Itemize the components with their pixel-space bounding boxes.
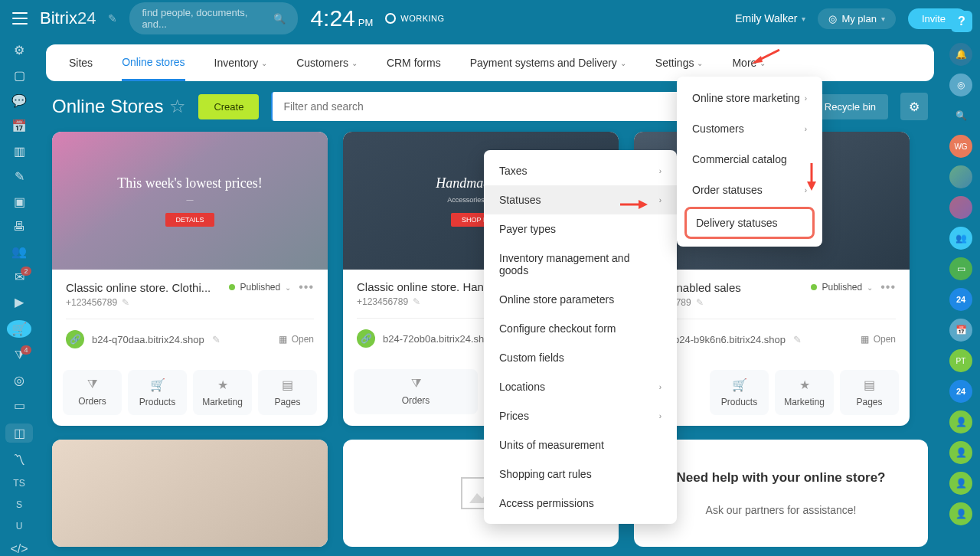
avatar-pt[interactable]: PT [949,349,972,372]
action-pages[interactable]: ▤Pages [840,370,899,415]
menu-online-store-marketing[interactable]: Online store marketing› [677,83,822,113]
rail-target-icon[interactable]: ◎ [11,373,27,388]
edit-icon[interactable]: ✎ [793,334,802,345]
logo[interactable]: Bitrix24 [40,8,96,28]
help-button[interactable]: ? [951,11,972,32]
rail-ts[interactable]: TS [13,478,24,489]
more-dots-icon[interactable]: ••• [299,280,314,294]
rail-structure-icon[interactable]: ⚙ [11,43,27,57]
card-hero[interactable]: This week's lowest prices! — DETAILS [52,132,328,270]
notif-search-icon[interactable]: 🔍 [949,104,972,127]
avatar-1[interactable] [949,165,972,188]
chevron-right-icon: › [659,196,662,204]
open-link[interactable]: ▦Open [279,334,314,345]
rail-cart-icon[interactable]: 🛒 [7,320,31,338]
edit-icon[interactable]: ✎ [696,297,704,308]
rail-calendar-icon[interactable]: ▢ [11,68,27,83]
chevron-down-icon: ⌄ [620,59,626,67]
avatar-2[interactable] [949,196,972,219]
rail-mail-icon[interactable]: ✉2 [11,270,27,284]
avatar-card-icon[interactable]: ▭ [949,257,972,280]
global-search[interactable]: find people, documents, and... 🔍 [129,2,298,34]
nav-crm-forms[interactable]: CRM forms [387,44,441,81]
more-dots-icon[interactable]: ••• [880,280,896,294]
submenu-prices[interactable]: Prices› [484,401,677,430]
nav-payment[interactable]: Payment systems and Delivery⌄ [470,44,626,81]
card-title: Classic online store. Hand... [357,280,500,293]
avatar-user4-icon[interactable]: 👤 [949,502,972,525]
rail-doc-icon[interactable]: ▥ [11,144,27,159]
settings-gear-button[interactable]: ⚙ [900,93,928,120]
action-marketing[interactable]: ★Marketing [193,370,252,415]
rail-events-icon[interactable]: 📅 [11,119,27,133]
user-menu[interactable]: Emily Walker ▾ [735,12,805,25]
avatar-user2-icon[interactable]: 👤 [949,441,972,464]
rail-chat-icon[interactable]: 💬 [11,93,27,108]
shop-url[interactable]: b24-q70daa.bitrix24.shop [92,334,204,345]
rail-contact-icon[interactable]: ▭ [11,398,27,413]
action-products[interactable]: 🛒Products [128,370,187,415]
avatar-24[interactable]: 24 [949,288,972,311]
card-hero[interactable] [52,440,328,547]
edit-pencil-icon[interactable]: ✎ [108,12,117,25]
nav-settings[interactable]: Settings⌄ [655,44,704,81]
rail-team-icon[interactable]: 👥 [11,244,27,259]
submenu-custom-fields[interactable]: Custom fields [484,343,677,372]
star-icon[interactable]: ☆ [169,96,186,117]
rail-sign-icon[interactable]: ✎ [11,169,27,184]
notif-chat-icon[interactable]: ◎ [949,74,972,96]
rail-u[interactable]: U [16,521,23,531]
edit-icon[interactable]: ✎ [212,334,220,345]
avatar-user1-icon[interactable]: 👤 [949,410,972,433]
open-link[interactable]: ▦Open [861,334,896,345]
action-pages[interactable]: ▤Pages [258,370,317,415]
nav-online-stores[interactable]: Online stores [122,44,185,81]
avatar-24b[interactable]: 24 [949,380,972,403]
recycle-bin-button[interactable]: Recycle bin [812,94,888,119]
avatar-user3-icon[interactable]: 👤 [949,472,972,495]
avatar-group-icon[interactable]: 👥 [949,227,972,250]
shop-url[interactable]: b24-72ob0a.bitrix24.sh... [383,333,492,345]
edit-icon[interactable]: ✎ [122,297,129,308]
action-orders[interactable]: ⧩Orders [354,369,478,414]
action-orders[interactable]: ⧩Orders [63,370,122,415]
status-badge[interactable]: Published⌄ [811,282,873,293]
submenu-checkout[interactable]: Configure checkout form [484,314,677,343]
rail-s[interactable]: S [16,499,22,510]
rail-video-icon[interactable]: ▶ [11,295,27,309]
rail-print-icon[interactable]: 🖶 [11,220,27,234]
action-marketing[interactable]: ★Marketing [775,370,834,415]
hamburger-menu[interactable] [12,12,28,25]
submenu-inventory-mgmt[interactable]: Inventory management and goods [484,244,677,285]
submenu-taxes[interactable]: Taxes› [484,156,677,185]
rail-android-icon[interactable]: ▣ [11,195,27,209]
submenu-access[interactable]: Access permissions [484,489,677,518]
submenu-store-params[interactable]: Online store parameters [484,285,677,314]
my-plan-button[interactable]: ◎My plan▾ [818,8,896,29]
qr-icon: ▦ [279,334,287,345]
avatar-wg[interactable]: WG [949,135,972,158]
avatar-cal-icon[interactable]: 📅 [949,319,972,342]
chevron-right-icon: › [659,383,662,391]
nav-sites[interactable]: Sites [69,44,93,81]
create-button[interactable]: Create [198,94,259,119]
submenu-cart-rules[interactable]: Shopping cart rules [484,460,677,489]
rail-analytics-icon[interactable]: 〽 [11,453,27,467]
notif-bell-icon[interactable]: 🔔 [949,43,972,66]
rail-box-icon[interactable]: ◫ [5,424,33,443]
menu-delivery-statuses[interactable]: Delivery statuses [684,207,815,239]
working-status[interactable]: WORKING [385,13,444,24]
rail-code-icon[interactable]: </> [11,542,27,556]
edit-icon[interactable]: ✎ [413,296,420,307]
rail-filter-icon[interactable]: ⧩4 [11,348,27,362]
clock[interactable]: 4:24 PM [310,5,373,31]
menu-customers[interactable]: Customers› [677,113,822,144]
nav-inventory[interactable]: Inventory⌄ [214,44,268,81]
status-badge[interactable]: Published⌄ [229,282,291,293]
submenu-locations[interactable]: Locations› [484,372,677,401]
submenu-units[interactable]: Units of measurement [484,430,677,460]
action-products[interactable]: 🛒Products [710,370,769,415]
hero-cta-button[interactable]: DETAILS [165,213,215,227]
shop-url[interactable]: b24-b9k6n6.bitrix24.shop [674,334,786,345]
nav-customers[interactable]: Customers⌄ [296,44,358,81]
